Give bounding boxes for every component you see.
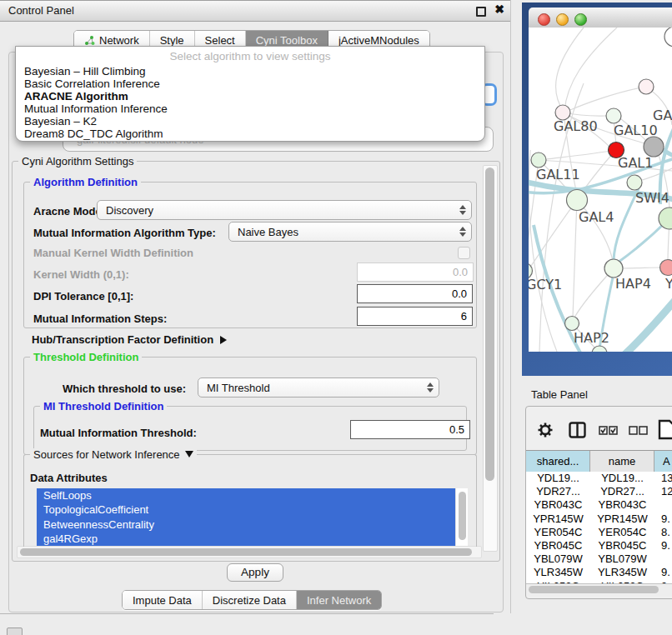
table-row[interactable]: YER054CYER054C8. (526, 526, 672, 539)
algorithm-option[interactable]: Basic Correlation Inference (16, 78, 484, 90)
unchecked-boxes-icon[interactable] (629, 426, 648, 435)
table-header: shared... name A (526, 450, 672, 472)
algorithm-option[interactable]: Mutual Information Inference (16, 102, 484, 115)
algorithm-dropdown: Select algorithm to view settings Bayesi… (15, 46, 485, 142)
table-row[interactable]: YBL079WYBL079W (526, 552, 672, 566)
document-icon[interactable] (658, 419, 672, 440)
settings-vertical-scrollbar[interactable] (483, 165, 498, 552)
split-columns-icon[interactable] (569, 422, 586, 438)
minimize-window-button[interactable] (556, 13, 569, 26)
table-row[interactable]: YBR043CYBR043C (526, 498, 672, 512)
network-node[interactable] (639, 79, 654, 94)
network-node[interactable] (660, 260, 672, 276)
panel-divider[interactable] (510, 0, 511, 613)
cyni-bottom-tabs: Impute Data Discretize Data Infer Networ… (122, 590, 382, 610)
settings-vertical-scroll-thumb[interactable] (485, 168, 494, 481)
kernel-width-field[interactable]: 0.0 (357, 262, 474, 282)
panel-bottom-divider (0, 613, 494, 614)
attribute-item-selected[interactable]: SelfLoops (37, 488, 455, 502)
manual-kernel-label: Manual Kernel Width Definition (33, 247, 193, 259)
column-header-name[interactable]: name (590, 451, 654, 472)
cyni-settings-title: Cyni Algorithm Settings (18, 155, 137, 168)
minimized-panel-button[interactable] (7, 628, 23, 635)
attributes-list-scroll-thumb[interactable] (459, 492, 466, 540)
which-threshold-label: Which threshold to use: (63, 382, 186, 395)
dpi-tolerance-field[interactable]: 0.0 (357, 284, 473, 303)
table-rows: YDL19...YDL19...13 YDR27...YDR27...12 YB… (526, 472, 672, 588)
data-attributes-list: SelfLoops TopologicalCoefficient Between… (37, 488, 455, 546)
mi-steps-field[interactable]: 6 (357, 307, 473, 326)
svg-text:GAL4: GAL4 (579, 209, 614, 225)
attribute-item-selected[interactable]: gal4RGexp (37, 532, 455, 546)
float-window-button[interactable] (476, 7, 486, 17)
svg-text:GAL: GAL (653, 108, 672, 123)
mi-threshold-title: MI Threshold Definition (40, 400, 167, 412)
algorithm-dropdown-prompt: Select algorithm to view settings (16, 48, 484, 65)
close-window-button[interactable] (538, 13, 550, 26)
sources-toggle[interactable]: Sources for Network Inference (30, 448, 197, 461)
settings-horizontal-scrollbar[interactable] (17, 546, 482, 558)
column-header-partial[interactable]: A (654, 451, 672, 472)
hub-definition-toggle[interactable]: Hub/Transcription Factor Definition (32, 333, 227, 346)
algorithm-option-selected[interactable]: ARACNE Algorithm (16, 90, 484, 102)
table-row[interactable]: YDL19...YDL19...13 (526, 472, 672, 485)
attribute-item-selected[interactable]: BetweennessCentrality (37, 518, 455, 532)
data-attributes-label: Data Attributes (30, 472, 108, 484)
control-panel-titlebar: Control Panel ✖ (0, 0, 511, 22)
network-node[interactable] (604, 259, 623, 278)
tab-impute-data[interactable]: Impute Data (123, 591, 203, 609)
attribute-item-selected[interactable]: TopologicalCoefficient (37, 502, 455, 517)
table-row[interactable]: YLR345WYLR345W9. (526, 566, 672, 579)
algorithm-definition-title: Algorithm Definition (30, 176, 141, 188)
column-header-shared-name[interactable]: shared... (526, 451, 590, 472)
mi-threshold-field[interactable]: 0.5 (350, 420, 470, 439)
svg-text:GCY1: GCY1 (529, 277, 562, 292)
mi-type-label: Mutual Information Algorithm Type: (33, 227, 216, 239)
network-graph: GAL GAL80 GAL10 GAL1 GAL11 SWI4 GAL4 GCY… (529, 28, 672, 352)
manual-kernel-checkbox[interactable] (458, 247, 470, 259)
svg-text:HAP4: HAP4 (615, 276, 651, 292)
network-node[interactable] (565, 317, 579, 331)
svg-text:GAL10: GAL10 (614, 122, 658, 138)
mi-threshold-label: Mutual Information Threshold: (40, 427, 197, 439)
tab-infer-network[interactable]: Infer Network (297, 591, 381, 609)
gear-icon[interactable] (537, 422, 554, 438)
aracne-mode-label: Aracne Mode: (33, 205, 105, 218)
table-row[interactable]: YPR145WYPR145W9. (526, 512, 672, 526)
table-horizontal-scroll-thumb[interactable] (529, 586, 659, 593)
close-panel-button[interactable]: ✖ (494, 2, 504, 16)
maximize-window-button[interactable] (574, 13, 587, 26)
network-node[interactable] (606, 108, 621, 123)
algorithm-option[interactable]: Bayesian – K2 (16, 115, 484, 128)
threshold-definition-title: Threshold Definition (30, 351, 142, 363)
network-node[interactable] (664, 28, 672, 47)
network-canvas[interactable]: GAL GAL80 GAL10 GAL1 GAL11 SWI4 GAL4 GCY… (529, 28, 672, 352)
network-node[interactable] (567, 190, 588, 211)
apply-button[interactable]: Apply (227, 563, 283, 582)
algorithm-option[interactable]: Dream8 DC_TDC Algorithm (16, 128, 484, 140)
network-tab-icon (84, 35, 95, 46)
svg-text:Y: Y (664, 276, 672, 292)
attributes-list-scrollbar[interactable] (455, 488, 468, 546)
aracne-mode-select[interactable]: Discovery (97, 200, 472, 220)
mi-steps-label: Mutual Information Steps: (33, 312, 167, 325)
kernel-width-label: Kernel Width (0,1): (33, 268, 129, 281)
mi-type-select[interactable]: Naive Bayes (228, 222, 472, 242)
settings-horizontal-scroll-thumb[interactable] (20, 548, 472, 556)
checked-boxes-icon[interactable] (599, 426, 618, 435)
svg-text:GAL11: GAL11 (536, 167, 580, 182)
network-node[interactable] (627, 175, 642, 190)
svg-text:HAP2: HAP2 (574, 330, 609, 346)
table-horizontal-scrollbar[interactable] (526, 583, 672, 596)
table-row[interactable]: YBR045CYBR045C9. (526, 539, 672, 552)
collapsed-arrow-icon (220, 336, 227, 344)
network-node[interactable] (531, 152, 546, 168)
network-window-titlebar[interactable] (529, 8, 672, 28)
table-row[interactable]: YDR27...YDR27...12 (526, 485, 672, 498)
svg-text:GAL1: GAL1 (618, 155, 653, 171)
network-node[interactable] (644, 137, 664, 157)
spinner-arrows-icon (427, 382, 434, 392)
which-threshold-select[interactable]: MI Threshold (198, 378, 439, 398)
algorithm-option[interactable]: Bayesian – Hill Climbing (16, 65, 484, 78)
tab-discretize-data[interactable]: Discretize Data (203, 591, 297, 609)
